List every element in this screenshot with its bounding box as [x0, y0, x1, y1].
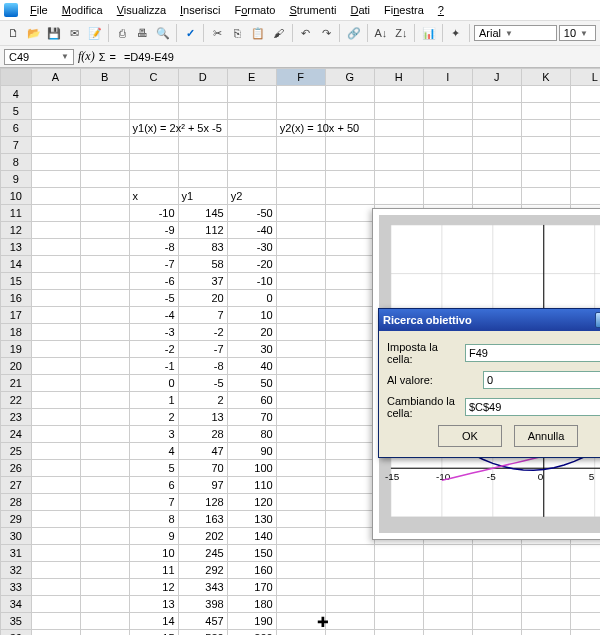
- to-value-input[interactable]: [483, 371, 600, 389]
- cell-F15[interactable]: [276, 273, 325, 290]
- cell-A20[interactable]: [31, 358, 80, 375]
- cell-B22[interactable]: [80, 392, 129, 409]
- cell-J36[interactable]: [472, 630, 521, 636]
- cell-L36[interactable]: [570, 630, 600, 636]
- cell-A30[interactable]: [31, 528, 80, 545]
- cell-F12[interactable]: [276, 222, 325, 239]
- cell-F18[interactable]: [276, 324, 325, 341]
- cell-B18[interactable]: [80, 324, 129, 341]
- cell-I36[interactable]: [423, 630, 472, 636]
- cell-J31[interactable]: [472, 545, 521, 562]
- cell-H7[interactable]: [374, 137, 423, 154]
- cell-G18[interactable]: [325, 324, 374, 341]
- cell-L34[interactable]: [570, 596, 600, 613]
- row-header-11[interactable]: 11: [1, 205, 32, 222]
- cell-C5[interactable]: [129, 103, 178, 120]
- cell-C33[interactable]: 12: [129, 579, 178, 596]
- cell-C24[interactable]: 3: [129, 426, 178, 443]
- cell-F19[interactable]: [276, 341, 325, 358]
- sort-desc-button[interactable]: Z↓: [392, 23, 410, 43]
- cell-D8[interactable]: [178, 154, 227, 171]
- cell-C32[interactable]: 11: [129, 562, 178, 579]
- cell-A9[interactable]: [31, 171, 80, 188]
- menu-help[interactable]: ?: [432, 2, 450, 18]
- formula-input[interactable]: =D49-E49: [120, 50, 596, 64]
- cell-C9[interactable]: [129, 171, 178, 188]
- cell-B11[interactable]: [80, 205, 129, 222]
- cell-J32[interactable]: [472, 562, 521, 579]
- cell-G29[interactable]: [325, 511, 374, 528]
- cell-K6[interactable]: [521, 120, 570, 137]
- cell-H5[interactable]: [374, 103, 423, 120]
- cell-G34[interactable]: [325, 596, 374, 613]
- row-header-13[interactable]: 13: [1, 239, 32, 256]
- cell-E33[interactable]: 170: [227, 579, 276, 596]
- cell-D24[interactable]: 28: [178, 426, 227, 443]
- redo-button[interactable]: ↷: [317, 23, 335, 43]
- cell-I5[interactable]: [423, 103, 472, 120]
- cell-I33[interactable]: [423, 579, 472, 596]
- cell-E22[interactable]: 60: [227, 392, 276, 409]
- row-header-18[interactable]: 18: [1, 324, 32, 341]
- cell-H35[interactable]: [374, 613, 423, 630]
- cell-C23[interactable]: 2: [129, 409, 178, 426]
- cell-D23[interactable]: 13: [178, 409, 227, 426]
- cell-H34[interactable]: [374, 596, 423, 613]
- cell-G22[interactable]: [325, 392, 374, 409]
- cell-D26[interactable]: 70: [178, 460, 227, 477]
- cell-C36[interactable]: 15: [129, 630, 178, 636]
- cell-F30[interactable]: [276, 528, 325, 545]
- cell-A33[interactable]: [31, 579, 80, 596]
- column-header-B[interactable]: B: [80, 69, 129, 86]
- cell-B15[interactable]: [80, 273, 129, 290]
- cell-E14[interactable]: -20: [227, 256, 276, 273]
- preview-button[interactable]: 🔍: [154, 23, 172, 43]
- cell-A26[interactable]: [31, 460, 80, 477]
- cell-A22[interactable]: [31, 392, 80, 409]
- cell-F20[interactable]: [276, 358, 325, 375]
- cell-D25[interactable]: 47: [178, 443, 227, 460]
- cell-G21[interactable]: [325, 375, 374, 392]
- undo-button[interactable]: ↶: [297, 23, 315, 43]
- cell-J33[interactable]: [472, 579, 521, 596]
- cell-F14[interactable]: [276, 256, 325, 273]
- new-doc-button[interactable]: 🗋: [4, 23, 22, 43]
- cell-E19[interactable]: 30: [227, 341, 276, 358]
- print-button[interactable]: 🖶: [133, 23, 151, 43]
- name-box[interactable]: C49 ▼: [4, 49, 74, 65]
- cell-B25[interactable]: [80, 443, 129, 460]
- cell-D36[interactable]: 520: [178, 630, 227, 636]
- cell-L5[interactable]: [570, 103, 600, 120]
- cell-C28[interactable]: 7: [129, 494, 178, 511]
- cell-F13[interactable]: [276, 239, 325, 256]
- column-header-L[interactable]: L: [570, 69, 600, 86]
- cell-I4[interactable]: [423, 86, 472, 103]
- cell-C27[interactable]: 6: [129, 477, 178, 494]
- cell-J9[interactable]: [472, 171, 521, 188]
- cell-D30[interactable]: 202: [178, 528, 227, 545]
- cell-B35[interactable]: [80, 613, 129, 630]
- cell-B7[interactable]: [80, 137, 129, 154]
- set-cell-input[interactable]: [465, 344, 600, 362]
- cell-K10[interactable]: [521, 188, 570, 205]
- column-header-D[interactable]: D: [178, 69, 227, 86]
- cell-A11[interactable]: [31, 205, 80, 222]
- cell-J34[interactable]: [472, 596, 521, 613]
- cell-G8[interactable]: [325, 154, 374, 171]
- cell-C29[interactable]: 8: [129, 511, 178, 528]
- cell-A24[interactable]: [31, 426, 80, 443]
- cell-A25[interactable]: [31, 443, 80, 460]
- cell-H10[interactable]: [374, 188, 423, 205]
- row-header-7[interactable]: 7: [1, 137, 32, 154]
- cell-C20[interactable]: -1: [129, 358, 178, 375]
- cell-A28[interactable]: [31, 494, 80, 511]
- cell-F36[interactable]: [276, 630, 325, 636]
- cell-G15[interactable]: [325, 273, 374, 290]
- cell-E23[interactable]: 70: [227, 409, 276, 426]
- cell-G17[interactable]: [325, 307, 374, 324]
- cell-K5[interactable]: [521, 103, 570, 120]
- cell-A32[interactable]: [31, 562, 80, 579]
- cell-H32[interactable]: [374, 562, 423, 579]
- cell-D10[interactable]: y1: [178, 188, 227, 205]
- cell-B26[interactable]: [80, 460, 129, 477]
